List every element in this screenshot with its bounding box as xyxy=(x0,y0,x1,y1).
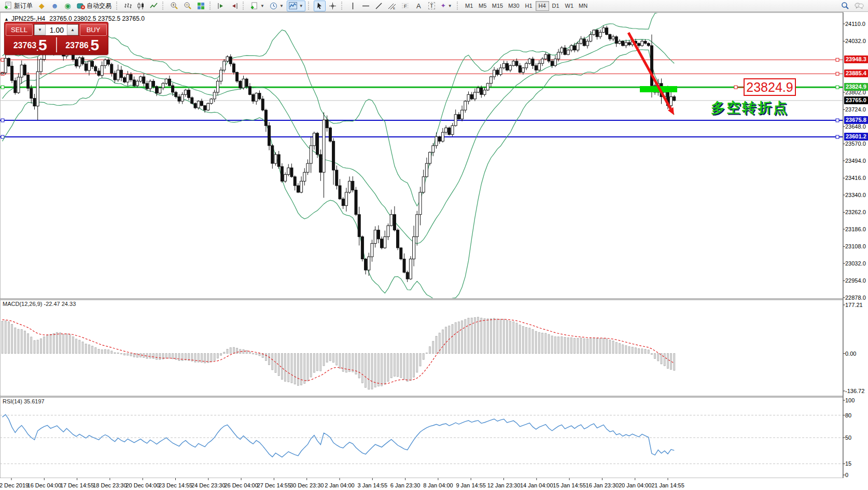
timeframe-button-h4[interactable]: H4 xyxy=(536,1,549,11)
horizontal-line-tool-button[interactable] xyxy=(360,1,372,11)
chart-shift-icon xyxy=(230,2,238,10)
volume-input[interactable] xyxy=(46,24,67,35)
trendline-tool-button[interactable] xyxy=(373,1,385,11)
signals-button[interactable]: ◉ xyxy=(62,1,74,11)
time-axis-label: 24 Dec 23:30 xyxy=(191,482,225,488)
price-axis-tick: 23262.0 xyxy=(845,209,866,215)
new-chart-button[interactable]: ▼ xyxy=(248,1,267,11)
toolbar-separator xyxy=(243,2,246,10)
chart-template-icon xyxy=(289,2,297,9)
svg-text:E: E xyxy=(393,7,395,10)
zoom-in-button[interactable] xyxy=(168,1,180,11)
tile-windows-button[interactable] xyxy=(195,1,207,11)
autoscroll-button[interactable] xyxy=(215,1,227,11)
time-axis-label: 18 Dec 23:30 xyxy=(93,482,127,488)
timeframe-button-m5[interactable]: M5 xyxy=(476,1,489,11)
price-callout-box[interactable]: 23824.9 xyxy=(744,78,796,96)
crosshair-tool-button[interactable] xyxy=(327,1,339,11)
dropdown-arrow-icon: ▼ xyxy=(279,4,284,8)
autotrading-label: 自动交易 xyxy=(87,2,111,10)
timeframe-button-d1[interactable]: D1 xyxy=(549,1,563,11)
macd-axis-tick: 0.00 xyxy=(845,351,856,357)
time-axis-label: 30 Dec 23:30 xyxy=(290,482,324,488)
text-label-tool-button[interactable]: T xyxy=(426,1,438,11)
chart-template-button[interactable]: ▼ xyxy=(287,1,305,11)
zoom-out-button[interactable] xyxy=(181,1,194,11)
collapse-panel-button[interactable]: ▲ xyxy=(4,17,9,22)
macd-axis-tick: 177.21 xyxy=(845,302,863,308)
chat-button[interactable] xyxy=(852,1,866,11)
main-pane[interactable] xyxy=(0,12,843,299)
metaeditor-icon: ◆ xyxy=(39,2,45,10)
volume-control: ▼ ▲ xyxy=(34,24,79,36)
volume-decrease-button[interactable]: ▼ xyxy=(34,24,46,35)
buy-button-label: BUY xyxy=(87,26,101,34)
buy-price[interactable]: 23786.5 xyxy=(57,36,108,53)
zoom-out-icon xyxy=(184,2,192,10)
autoscroll-icon xyxy=(217,2,225,10)
time-axis-label: 6 Jan 23:30 xyxy=(390,482,421,488)
time-axis-label: 27 Dec 14:55 xyxy=(257,482,291,488)
trendline-icon xyxy=(375,2,383,10)
time-axis-label: 8 Jan 04:00 xyxy=(423,482,453,488)
dropdown-arrow-icon: ▼ xyxy=(299,4,303,8)
text-label-icon: T xyxy=(428,2,435,9)
timeframe-button-m30[interactable]: M30 xyxy=(506,1,522,11)
autotrading-button[interactable]: 自动交易 xyxy=(75,1,114,11)
arrows-icon: ✦ xyxy=(441,2,446,9)
time-axis-label: 23 Dec 14:55 xyxy=(159,482,192,488)
chart-canvas[interactable] xyxy=(0,0,868,490)
main-toolbar: 新订单 ◆ ☻ ◉ 自动交易 ▼ ▼ ▼ E F A T xyxy=(0,0,868,12)
fibonacci-tool-button[interactable]: F xyxy=(399,1,412,11)
sell-price-main: 23763 xyxy=(13,39,37,52)
text-tool-button[interactable]: A xyxy=(413,1,425,11)
chart-shift-button[interactable] xyxy=(228,1,240,11)
toolbar-separator xyxy=(457,2,460,10)
sell-button[interactable]: SELL xyxy=(6,24,33,36)
time-axis-label: 17 Dec 14:55 xyxy=(60,482,94,488)
price-tag-23601.2: 23601.2 xyxy=(844,133,868,141)
timeframe-button-w1[interactable]: W1 xyxy=(563,1,577,11)
arrows-tool-button[interactable]: ✦▼ xyxy=(439,1,454,11)
period-button[interactable]: ▼ xyxy=(268,1,286,11)
mt4-window: 新订单 ◆ ☻ ◉ 自动交易 ▼ ▼ ▼ E F A T xyxy=(0,0,868,490)
bar-chart-button[interactable] xyxy=(122,1,134,11)
chat-icon xyxy=(855,2,864,10)
new-order-button[interactable]: 新订单 xyxy=(2,1,35,11)
line-chart-icon xyxy=(150,2,158,10)
time-axis-label: 20 Jan 04:00 xyxy=(619,482,652,488)
rsi-axis-tick: 80 xyxy=(845,412,851,418)
candlestick-chart-icon xyxy=(137,2,145,10)
ohlc-readout: 23765.0 23802.5 23752.5 23765.0 xyxy=(49,15,145,22)
macd-pane[interactable] xyxy=(0,300,843,396)
timeframe-button-m1[interactable]: M1 xyxy=(463,1,476,11)
new-chart-icon xyxy=(250,2,258,10)
fibonacci-icon: F xyxy=(401,2,410,10)
clock-icon xyxy=(270,2,277,10)
cursor-tool-button[interactable] xyxy=(314,1,326,11)
price-axis-tick: 23186.0 xyxy=(845,226,866,232)
price-axis[interactable]: 24110.024032.023802.023724.023648.023570… xyxy=(843,0,868,490)
symbol-period-label: JPN225-,H4 xyxy=(11,15,45,22)
time-axis-label: 16 Jan 23:30 xyxy=(586,482,619,488)
metaeditor-button[interactable]: ◆ xyxy=(36,1,48,11)
vertical-line-tool-button[interactable] xyxy=(347,1,359,11)
time-axis-label: 20 Dec 04:00 xyxy=(125,482,159,488)
candlestick-chart-button[interactable] xyxy=(135,1,147,11)
toolbar-separator xyxy=(162,2,165,10)
volume-increase-button[interactable]: ▲ xyxy=(67,24,78,35)
timeframe-button-mn[interactable]: MN xyxy=(576,1,590,11)
timeframe-button-h1[interactable]: H1 xyxy=(522,1,536,11)
price-axis-tick: 23032.0 xyxy=(845,260,866,267)
buy-button[interactable]: BUY xyxy=(80,24,107,36)
price-axis-tick: 23724.0 xyxy=(845,106,866,113)
channel-tool-button[interactable]: E xyxy=(386,1,398,11)
dropdown-arrow-icon: ▼ xyxy=(260,4,264,8)
rsi-axis-tick: 50 xyxy=(845,435,851,441)
community-button[interactable]: ☻ xyxy=(49,1,61,11)
line-chart-button[interactable] xyxy=(148,1,160,11)
price-axis-tick: 24110.0 xyxy=(845,21,865,27)
search-button[interactable] xyxy=(839,1,851,11)
sell-price[interactable]: 23763.5 xyxy=(5,36,56,53)
timeframe-button-m15[interactable]: M15 xyxy=(489,1,506,11)
